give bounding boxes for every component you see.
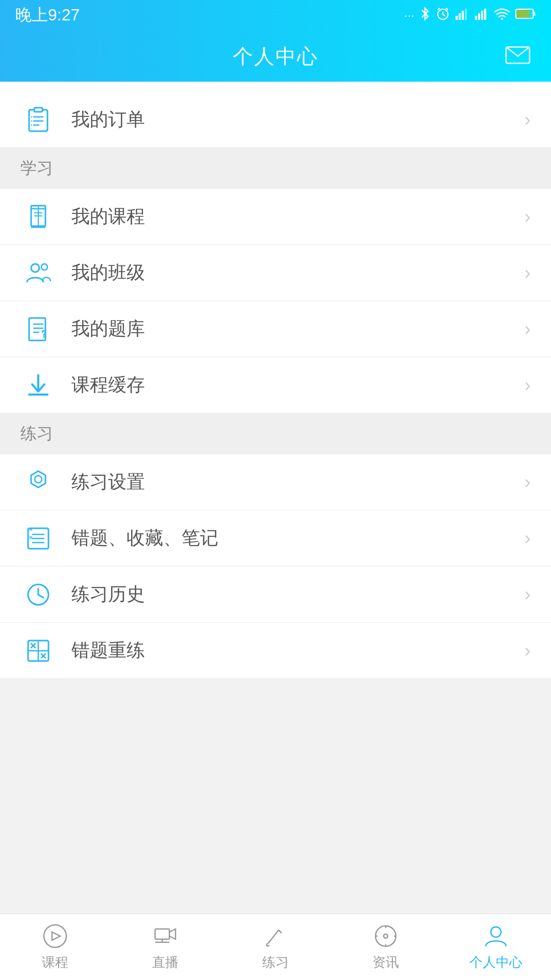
book-icon	[20, 199, 56, 235]
question-doc-icon	[20, 311, 56, 347]
svg-point-68	[375, 926, 396, 946]
my-courses-label: 我的课程	[71, 204, 524, 229]
bottom-nav: 课程 直播 练习 资讯	[0, 914, 551, 980]
chevron-right-icon: ›	[524, 584, 531, 605]
svg-rect-5	[456, 16, 458, 20]
svg-point-58	[44, 925, 66, 947]
section-practice-label: 练习	[20, 423, 53, 445]
svg-point-74	[491, 927, 501, 937]
svg-point-38	[43, 336, 45, 337]
svg-rect-6	[459, 13, 461, 20]
page-title: 个人中心	[233, 42, 318, 70]
nav-profile-label: 个人中心	[469, 953, 522, 971]
svg-rect-11	[481, 11, 483, 20]
people-icon	[20, 255, 56, 291]
chevron-right-icon: ›	[524, 528, 531, 549]
nav-practice-label: 练习	[262, 953, 289, 971]
status-bar: 晚上9:27 ···	[0, 0, 551, 31]
nav-item-live[interactable]: 直播	[110, 923, 220, 971]
svg-rect-15	[533, 12, 535, 16]
svg-rect-12	[484, 9, 486, 20]
svg-line-3	[438, 8, 440, 10]
svg-line-50	[38, 595, 43, 598]
header: 个人中心	[0, 31, 551, 82]
chevron-right-icon: ›	[524, 640, 531, 662]
nav-item-profile[interactable]: 个人中心	[441, 923, 551, 971]
menu-item-course-cache[interactable]: 课程缓存 ›	[0, 357, 551, 413]
signal-dots-icon: ···	[404, 8, 414, 22]
chevron-right-icon: ›	[524, 472, 531, 493]
nav-courses-label: 课程	[42, 953, 68, 971]
svg-line-4	[446, 8, 448, 10]
grid-x-icon	[20, 633, 56, 669]
my-class-label: 我的班级	[71, 260, 524, 285]
svg-point-41	[35, 476, 42, 483]
content-area: 我的订单 › 学习 我的课程 ›	[0, 92, 551, 924]
mail-button[interactable]	[505, 45, 531, 67]
section-header-practice: 练习	[0, 413, 551, 454]
svg-point-32	[31, 264, 39, 272]
svg-line-65	[266, 943, 268, 944]
signal-bars2-icon	[474, 8, 489, 23]
svg-marker-59	[52, 932, 60, 940]
nav-news-label: 资讯	[372, 953, 399, 971]
clock-icon	[20, 577, 56, 612]
practice-history-label: 练习历史	[71, 582, 524, 607]
alarm-icon	[436, 7, 450, 24]
header-divider	[0, 82, 551, 92]
clipboard-icon	[20, 102, 56, 138]
chevron-right-icon: ›	[524, 206, 531, 228]
svg-text:✕: ✕	[29, 527, 33, 532]
menu-item-practice-history[interactable]: 练习历史 ›	[0, 567, 551, 623]
svg-rect-8	[465, 9, 467, 20]
menu-item-my-class[interactable]: 我的班级 ›	[0, 245, 551, 301]
chevron-right-icon: ›	[524, 262, 531, 284]
svg-rect-34	[29, 318, 45, 340]
my-questions-label: 我的题库	[71, 316, 524, 341]
wrong-redo-label: 错题重练	[71, 638, 524, 663]
wifi-icon	[494, 8, 510, 23]
menu-item-wrong-redo[interactable]: 错题重练 ›	[0, 623, 551, 679]
nav-item-news[interactable]: 资讯	[331, 923, 441, 971]
gear-hex-icon	[20, 464, 56, 500]
svg-rect-7	[462, 11, 464, 20]
nav-live-label: 直播	[152, 953, 179, 971]
chevron-right-icon: ›	[524, 375, 531, 396]
svg-text:✕: ✕	[29, 535, 33, 541]
svg-rect-60	[155, 929, 169, 939]
bluetooth-icon	[419, 6, 431, 24]
chevron-right-icon: ›	[524, 109, 531, 131]
svg-line-64	[279, 930, 282, 933]
menu-item-wrong-bookmarks-notes[interactable]: ✕ ✕ 错题、收藏、笔记 ›	[0, 510, 551, 567]
chevron-right-icon: ›	[524, 318, 531, 340]
svg-point-33	[41, 264, 47, 270]
svg-rect-19	[34, 108, 42, 112]
download-icon	[20, 368, 56, 403]
svg-rect-9	[475, 16, 477, 20]
svg-point-69	[384, 934, 388, 938]
svg-rect-10	[478, 13, 480, 20]
svg-point-13	[501, 18, 503, 20]
list-check-icon: ✕ ✕	[20, 521, 56, 556]
section-study-label: 学习	[20, 157, 53, 180]
nav-item-courses[interactable]: 课程	[0, 923, 110, 971]
svg-marker-40	[31, 471, 45, 487]
svg-line-63	[268, 930, 279, 943]
svg-rect-16	[516, 10, 530, 18]
menu-item-practice-settings[interactable]: 练习设置 ›	[0, 454, 551, 510]
signal-bars-icon	[455, 8, 469, 23]
course-cache-label: 课程缓存	[71, 373, 524, 398]
menu-item-my-orders[interactable]: 我的订单 ›	[0, 92, 551, 148]
svg-line-67	[267, 945, 269, 946]
menu-item-my-courses[interactable]: 我的课程 ›	[0, 189, 551, 245]
menu-item-my-questions[interactable]: 我的题库 ›	[0, 301, 551, 357]
battery-icon	[515, 8, 536, 22]
practice-settings-label: 练习设置	[71, 470, 524, 495]
status-time: 晚上9:27	[15, 4, 80, 27]
status-icons: ···	[404, 6, 536, 24]
section-header-study: 学习	[0, 148, 551, 189]
nav-item-practice[interactable]: 练习	[220, 923, 331, 971]
wrong-bookmarks-notes-label: 错题、收藏、笔记	[71, 526, 524, 551]
svg-line-2	[443, 14, 445, 16]
my-orders-label: 我的订单	[71, 107, 524, 132]
